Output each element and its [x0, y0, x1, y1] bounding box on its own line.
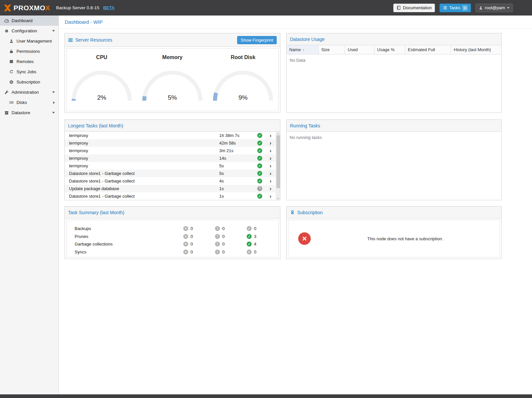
column-header-used[interactable]: Used — [345, 45, 374, 54]
sidebar-item-user-management[interactable]: User Management — [0, 36, 58, 46]
sidebar-item-configuration[interactable]: Configuration — [0, 26, 58, 36]
sidebar-item-label: User Management — [17, 39, 55, 44]
sidebar-item-label: Dashboard — [12, 18, 55, 23]
task-ok-icon: ✓ — [257, 171, 262, 176]
sidebar-item-remotes[interactable]: Remotes — [0, 56, 58, 67]
sidebar-item-administration[interactable]: Administration — [0, 87, 58, 97]
task-duration: 42m 58s — [219, 141, 254, 146]
warning-count-icon: ! — [215, 226, 220, 231]
ok-count: 0 — [254, 249, 256, 254]
scroll-down-icon[interactable]: ▼ — [277, 197, 279, 200]
expander-down-icon[interactable] — [52, 30, 55, 32]
scrollbar-thumb[interactable] — [276, 135, 280, 188]
ok-count-icon: ✓ — [247, 242, 252, 247]
task-name: termproxy — [69, 133, 219, 138]
sidebar-item-label: Subscription — [17, 80, 55, 84]
chevron-right-icon[interactable]: › — [266, 186, 275, 191]
task-row[interactable]: termproxy14s✓› — [65, 154, 275, 162]
sidebar-item-label: Administration — [12, 90, 50, 95]
resources-icon — [68, 38, 73, 43]
sidebar-item-dashboard[interactable]: Dashboard — [0, 16, 58, 26]
summary-label: Backups — [75, 226, 183, 231]
sidebar-item-datastore[interactable]: Datastore — [0, 108, 58, 118]
task-duration: 1s — [219, 194, 254, 199]
expander-down-icon[interactable] — [52, 112, 55, 114]
task-row[interactable]: termproxy5s✓› — [65, 162, 275, 170]
summary-row[interactable]: Backups×0!0✓0 — [66, 225, 278, 233]
running-tasks-header: Running Tasks — [287, 120, 501, 132]
task-summary-panel: Task Summary (last Month) Backups×0!0✓0P… — [64, 206, 280, 259]
ok-count: 3 — [254, 234, 256, 239]
task-row[interactable]: termproxy1h 38m 7s✓› — [65, 132, 275, 139]
user-menu-button[interactable]: root@pam — [476, 4, 513, 12]
warning-count: 0 — [222, 234, 225, 239]
expander-right-icon[interactable] — [53, 101, 55, 104]
subscription-message: This node does not have a subscription. — [311, 236, 500, 241]
expander-down-icon[interactable] — [52, 91, 55, 93]
column-header-name[interactable]: Name ↑ — [287, 45, 319, 54]
documentation-button[interactable]: Documentation — [393, 4, 435, 12]
sidebar-item-subscription[interactable]: Subscription — [0, 77, 58, 87]
task-row[interactable]: termproxy3m 21s✓› — [65, 147, 275, 154]
task-row[interactable]: Datastore store1 - Garbage collect5s✓› — [65, 170, 275, 177]
chevron-right-icon[interactable]: › — [266, 148, 275, 153]
chevron-right-icon[interactable]: › — [266, 163, 275, 169]
panel-title: Datastore Usage — [290, 37, 325, 42]
ok-count: 0 — [254, 226, 256, 231]
tasks-count-badge: 0 — [462, 5, 468, 11]
chevron-right-icon[interactable]: › — [266, 140, 275, 146]
summary-row[interactable]: Prunes×0!0✓3 — [66, 233, 278, 241]
warning-count: 0 — [222, 249, 225, 254]
gauge-label: Root Disk — [231, 54, 256, 60]
top-bar: PROXMOX Backup Server 0.8-15 BETA Docume… — [0, 0, 532, 16]
chevron-right-icon[interactable]: › — [266, 133, 275, 138]
page-title: Dashboard - WIP — [59, 16, 532, 29]
datastore-usage-body: Name ↑ Size Used Usage % Estimated Full … — [287, 45, 501, 113]
chevron-right-icon[interactable]: › — [266, 193, 275, 199]
panel-title: Longest Tasks (last Month) — [68, 123, 123, 128]
ok-count-icon: ✓ — [247, 249, 252, 254]
proxmox-x-icon — [4, 5, 11, 11]
ok-count: 4 — [254, 242, 256, 247]
column-header-history[interactable]: History (last Month) — [451, 45, 501, 54]
app-title: Backup Server 0.8-15 — [56, 5, 99, 10]
sidebar-item-disks[interactable]: Disks — [0, 97, 58, 108]
summary-row[interactable]: Garbage collections×0!0✓4 — [66, 240, 278, 248]
error-count-icon: × — [183, 249, 188, 254]
task-row[interactable]: Update package database1s?› — [65, 185, 275, 192]
ribbon-icon — [290, 210, 295, 215]
sidebar-item-permissions[interactable]: Permissions — [0, 46, 58, 56]
column-header-size[interactable]: Size — [319, 45, 345, 54]
task-row[interactable]: Datastore store1 - Garbage collect1s✓› — [65, 192, 275, 200]
task-duration: 14s — [219, 156, 254, 161]
tasks-button[interactable]: Tasks 0 — [440, 4, 471, 12]
no-running-tasks-text: No running tasks — [287, 132, 501, 143]
summary-row[interactable]: Syncs×0!0✓0 — [66, 248, 278, 256]
task-duration: 4s — [219, 179, 254, 183]
sidebar-item-sync-jobs[interactable]: Sync Jobs — [0, 67, 58, 77]
ok-count-icon: ✓ — [247, 234, 252, 239]
column-header-usage-pct[interactable]: Usage % — [374, 45, 405, 54]
gears-icon — [4, 29, 9, 33]
no-subscription-icon: × — [298, 232, 311, 245]
bottom-edge-bar — [0, 394, 532, 398]
scrollbar[interactable]: ▲ ▼ — [276, 132, 280, 200]
longest-tasks-header: Longest Tasks (last Month) — [65, 120, 280, 132]
archive-icon — [4, 111, 9, 115]
beta-link[interactable]: BETA — [103, 5, 114, 10]
chevron-right-icon[interactable]: › — [266, 155, 275, 161]
chevron-right-icon[interactable]: › — [266, 178, 275, 184]
task-unknown-icon: ? — [257, 186, 262, 191]
show-fingerprint-button[interactable]: Show Fingerprint — [237, 36, 277, 44]
tasks-label: Tasks — [449, 5, 460, 11]
task-row[interactable]: Datastore store1 - Garbage collect4s✓› — [65, 177, 275, 185]
column-header-estimated-full[interactable]: Estimated Full — [405, 45, 451, 54]
task-row[interactable]: termproxy42m 58s✓› — [65, 139, 275, 147]
scroll-up-icon[interactable]: ▲ — [277, 132, 279, 135]
chevron-right-icon[interactable]: › — [266, 171, 275, 176]
error-count: 0 — [191, 242, 193, 247]
warning-count-icon: ! — [215, 249, 220, 254]
datastore-usage-column-headers: Name ↑ Size Used Usage % Estimated Full … — [287, 45, 501, 54]
task-name: Datastore store1 - Garbage collect — [69, 179, 219, 183]
task-name: Datastore store1 - Garbage collect — [69, 194, 219, 199]
